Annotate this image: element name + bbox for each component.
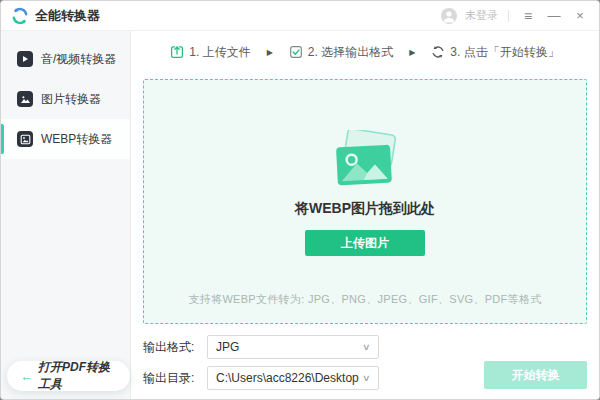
output-format-select[interactable]: JPG ∨ — [207, 335, 379, 359]
image-placeholder-icon — [327, 130, 403, 188]
sync-arrows-logo-icon — [11, 7, 29, 25]
step-select-format: 2. 选择输出格式 — [289, 44, 393, 61]
output-directory-select[interactable]: C:\Users\acc8226\Desktop ∨ — [207, 366, 379, 390]
close-button[interactable]: × — [571, 7, 589, 25]
output-format-value: JPG — [216, 340, 363, 354]
title-bar: 全能转换器 未登录 ≡ — × — [1, 1, 599, 31]
sidebar: 音/视频转换器 图片转换器 — [1, 31, 131, 399]
supported-formats-hint: 支持将WEBP文件转为: JPG、PNG、JPEG、GIF、SVG、PDF等格式 — [188, 292, 541, 307]
step-arrow-icon: ▶ — [267, 48, 273, 57]
topbar-divider — [508, 10, 509, 22]
step-label: 1. 上传文件 — [189, 44, 250, 61]
app-window: 全能转换器 未登录 ≡ — × 音/视频转换器 — [0, 0, 600, 400]
open-pdf-tool-button[interactable]: ← 打开PDF转换工具 — [7, 361, 130, 391]
chevron-down-icon: ∨ — [362, 342, 371, 352]
minimize-button[interactable]: — — [545, 7, 563, 25]
app-logo: 全能转换器 — [11, 7, 100, 25]
sidebar-item-webp-converter[interactable]: WEBP转换器 — [1, 119, 130, 159]
upload-image-button[interactable]: 上传图片 — [305, 230, 425, 256]
video-converter-icon — [17, 51, 33, 67]
sidebar-item-label: 音/视频转换器 — [41, 51, 116, 68]
sidebar-item-audio-video-converter[interactable]: 音/视频转换器 — [1, 39, 130, 79]
steps-bar: 1. 上传文件 ▶ 2. 选择输出格式 ▶ — [131, 31, 599, 73]
app-title: 全能转换器 — [35, 7, 100, 25]
menu-button[interactable]: ≡ — [519, 7, 537, 25]
output-format-label: 输出格式: — [143, 339, 207, 356]
step-start-convert: 3. 点击「开始转换」 — [431, 44, 559, 61]
output-directory-value: C:\Users\acc8226\Desktop — [216, 371, 363, 385]
step-upload-file: 1. 上传文件 — [170, 44, 250, 61]
upload-icon — [170, 45, 184, 59]
back-arrow-icon: ← — [20, 369, 33, 384]
checkbox-check-icon — [289, 45, 303, 59]
main-panel: 1. 上传文件 ▶ 2. 选择输出格式 ▶ — [131, 31, 599, 399]
start-convert-button[interactable]: 开始转换 — [484, 361, 587, 389]
dropzone-title: 将WEBP图片拖到此处 — [295, 200, 435, 218]
image-converter-icon — [17, 91, 33, 107]
sidebar-item-label: WEBP转换器 — [41, 131, 112, 148]
webp-drop-zone[interactable]: 将WEBP图片拖到此处 上传图片 支持将WEBP文件转为: JPG、PNG、JP… — [143, 79, 587, 324]
output-directory-label: 输出目录: — [143, 370, 207, 387]
sidebar-item-image-converter[interactable]: 图片转换器 — [1, 79, 130, 119]
convert-arrows-icon — [431, 45, 445, 59]
webp-converter-icon — [17, 131, 33, 147]
sidebar-item-label: 图片转换器 — [41, 91, 101, 108]
step-label: 3. 点击「开始转换」 — [450, 44, 559, 61]
step-label: 2. 选择输出格式 — [308, 44, 393, 61]
open-pdf-tool-label: 打开PDF转换工具 — [38, 359, 117, 393]
output-settings: 输出格式: JPG ∨ 输出目录: C:\Users\acc8226\Deskt… — [143, 335, 379, 390]
user-avatar-icon[interactable] — [441, 8, 457, 24]
login-status[interactable]: 未登录 — [465, 8, 498, 23]
step-arrow-icon: ▶ — [409, 48, 415, 57]
chevron-down-icon: ∨ — [362, 373, 371, 383]
